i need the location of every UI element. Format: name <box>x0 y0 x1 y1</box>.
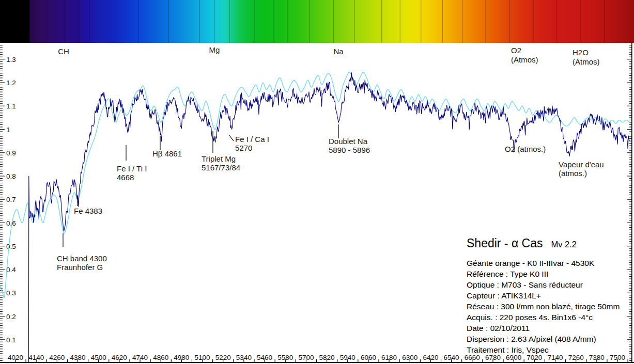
info-line-7: Dispersion : 2.63 A/pixel (408 A/mm) <box>467 334 622 344</box>
x-tick-label: 4860 <box>153 354 168 361</box>
fei-cai-5270-marker-line <box>229 135 234 141</box>
x-tick-label: 4740 <box>132 354 148 361</box>
y-tick-label: 1.3 <box>6 56 16 64</box>
x-tick-label: 5940 <box>340 354 355 361</box>
x-tick-label: 5340 <box>236 354 252 361</box>
x-tick-label: 4980 <box>174 354 189 361</box>
x-tick-label: 5820 <box>319 354 335 361</box>
y-tick-label: 1 <box>6 126 10 134</box>
annotation-doublet-na: Doublet Na 5890 - 5896 <box>329 137 370 155</box>
magnitude-label: Mv 2.2 <box>551 240 577 249</box>
x-tick-label: 6300 <box>402 354 417 361</box>
molecule-label-h2o: H2O (Atmos) <box>573 48 600 67</box>
molecule-label-ch: CH <box>58 47 69 56</box>
annotation-fei-cai-5270: Fe I / Ca I 5270 <box>235 135 269 153</box>
info-line-4: Réseau : 300 l/mm non blazé, tirage 50mm <box>467 301 622 312</box>
annotation-vapeur-eau: Vapeur d'eau (atmos.) <box>559 160 604 178</box>
x-tick-label: 5580 <box>277 354 293 361</box>
x-tick-label: 6420 <box>423 354 438 361</box>
info-title-row: Shedir - α Cas Mv 2.2 <box>467 236 622 250</box>
y-tick-label: 0.9 <box>6 149 16 157</box>
info-line-6: Date : 02/10/2011 <box>467 323 622 334</box>
annotation-triplet-mg: Triplet Mg 5167/73/84 <box>202 154 240 172</box>
y-tick-label: 0.3 <box>6 289 16 297</box>
x-axis-line <box>0 362 634 363</box>
annotation-fei-tii-4668: Fe I / Ti I 4668 <box>117 164 147 182</box>
y-tick-label: 1.2 <box>6 79 16 87</box>
x-tick-label: 5220 <box>215 354 231 361</box>
y-tick-label: 0.8 <box>6 172 16 180</box>
info-line-8: Traitement : Iris, Vspec <box>467 344 622 355</box>
annotation-o2-atmos: O2 (atmos.) <box>505 145 546 153</box>
x-tick-label: 5100 <box>195 354 210 361</box>
info-line-3: Capteur : ATIK314L+ <box>467 290 622 301</box>
x-tick-label: 6180 <box>381 354 397 361</box>
x-tick-label: 6540 <box>444 354 459 361</box>
y-tick-label: 0.6 <box>6 219 16 227</box>
y-tick-label: 0.7 <box>6 196 16 203</box>
y-tick-label: 0.2 <box>6 313 16 321</box>
info-line-1: Référence : Type K0 III <box>467 268 622 279</box>
spectrum-chart-page: 0.10.20.30.40.50.60.70.80.911.11.21.3402… <box>0 0 634 364</box>
y-tick-label: 0.1 <box>6 336 16 344</box>
info-line-2: Optique : M703 - Sans réducteur <box>467 279 622 290</box>
x-tick-label: 6060 <box>361 354 376 361</box>
x-tick-label: 4020 <box>8 354 23 361</box>
info-line-5: Acquis. : 220 poses 4s. Bin1x6 -4°c <box>467 312 622 323</box>
x-tick-label: 4140 <box>28 354 44 361</box>
y-tick-label: 0.5 <box>6 243 16 250</box>
info-lines: Géante orange - K0 II-IIIvar - 4530KRéfé… <box>467 258 622 355</box>
right-axis-line <box>631 43 632 363</box>
annotation-ch-band: CH band 4300 Fraunhofer G <box>57 254 107 272</box>
molecule-label-mg: Mg <box>209 45 220 55</box>
star-title: Shedir - α Cas <box>467 236 543 250</box>
y-tick-label: 0.4 <box>6 266 16 274</box>
x-tick-label: 4620 <box>112 354 127 361</box>
info-line-0: Géante orange - K0 II-IIIvar - 4530K <box>467 258 622 268</box>
molecule-label-na: Na <box>333 47 343 56</box>
x-tick-label: 4260 <box>49 354 65 361</box>
x-tick-label: 4380 <box>70 354 85 361</box>
annotation-fe-4383: Fe 4383 <box>74 207 102 215</box>
y-tick-label: 1.1 <box>6 102 16 110</box>
x-tick-label: 4500 <box>91 354 106 361</box>
x-tick-label: 5700 <box>298 354 314 361</box>
molecule-label-o2: O2 (Atmos) <box>511 46 538 65</box>
annotation-h-beta-4861: Hβ 4861 <box>152 149 182 158</box>
x-tick-label: 5460 <box>257 354 272 361</box>
acquisition-info-panel: Shedir - α Cas Mv 2.2 Géante orange - K0… <box>467 236 622 355</box>
